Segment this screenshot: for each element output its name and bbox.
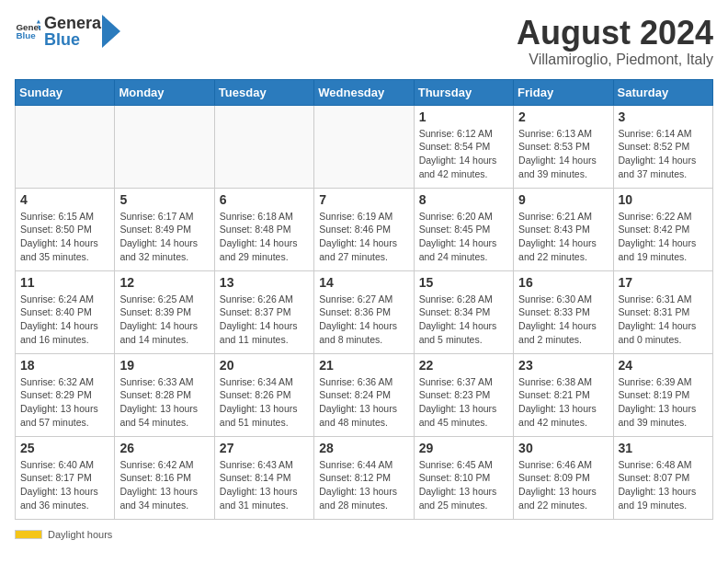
day-number: 16: [518, 275, 608, 290]
day-number: 9: [518, 192, 608, 207]
weekday-header-row: SundayMondayTuesdayWednesdayThursdayFrid…: [16, 79, 713, 105]
calendar-cell: 14Sunrise: 6:27 AM Sunset: 8:36 PM Dayli…: [314, 270, 414, 353]
day-number: 3: [619, 109, 708, 124]
weekday-header-friday: Friday: [514, 79, 613, 105]
calendar-cell: 10Sunrise: 6:22 AM Sunset: 8:42 PM Dayli…: [613, 188, 712, 270]
calendar-cell: 13Sunrise: 6:26 AM Sunset: 8:37 PM Dayli…: [214, 270, 313, 353]
day-number: 26: [119, 441, 209, 455]
calendar-cell: 1Sunrise: 6:12 AM Sunset: 8:54 PM Daylig…: [414, 105, 513, 188]
calendar-cell: 22Sunrise: 6:37 AM Sunset: 8:23 PM Dayli…: [414, 353, 513, 436]
day-info: Sunrise: 6:39 AM Sunset: 8:19 PM Dayligh…: [619, 375, 708, 430]
header: General Blue General Blue August 2024 Vi…: [15, 15, 713, 68]
weekday-header-monday: Monday: [115, 79, 214, 105]
day-number: 7: [319, 192, 408, 207]
day-info: Sunrise: 6:21 AM Sunset: 8:43 PM Dayligh…: [518, 210, 608, 264]
weekday-header-wednesday: Wednesday: [314, 79, 414, 105]
day-info: Sunrise: 6:38 AM Sunset: 8:21 PM Dayligh…: [518, 375, 608, 430]
day-info: Sunrise: 6:43 AM Sunset: 8:14 PM Dayligh…: [220, 458, 309, 512]
day-number: 23: [518, 358, 608, 373]
calendar-cell: 26Sunrise: 6:42 AM Sunset: 8:16 PM Dayli…: [115, 436, 214, 519]
day-number: 17: [619, 275, 708, 290]
location-title: Villamiroglio, Piedmont, Italy: [517, 52, 713, 68]
calendar-cell: 19Sunrise: 6:33 AM Sunset: 8:28 PM Dayli…: [115, 353, 214, 436]
day-info: Sunrise: 6:17 AM Sunset: 8:49 PM Dayligh…: [119, 210, 209, 264]
calendar-cell: 2Sunrise: 6:13 AM Sunset: 8:53 PM Daylig…: [514, 105, 613, 188]
calendar-cell: 9Sunrise: 6:21 AM Sunset: 8:43 PM Daylig…: [514, 188, 613, 270]
day-number: 12: [119, 275, 209, 290]
calendar-cell: 11Sunrise: 6:24 AM Sunset: 8:40 PM Dayli…: [16, 270, 115, 353]
calendar-cell: 23Sunrise: 6:38 AM Sunset: 8:21 PM Dayli…: [514, 353, 613, 436]
day-number: 4: [20, 192, 109, 207]
day-number: 25: [20, 441, 109, 455]
logo-icon: General Blue: [15, 18, 40, 44]
svg-text:Blue: Blue: [16, 30, 36, 40]
day-info: Sunrise: 6:46 AM Sunset: 8:09 PM Dayligh…: [518, 458, 608, 512]
day-info: Sunrise: 6:44 AM Sunset: 8:12 PM Dayligh…: [319, 458, 408, 512]
day-info: Sunrise: 6:45 AM Sunset: 8:10 PM Dayligh…: [419, 458, 508, 512]
svg-marker-4: [102, 15, 120, 48]
calendar-cell: 21Sunrise: 6:36 AM Sunset: 8:24 PM Dayli…: [314, 353, 414, 436]
day-number: 10: [619, 192, 708, 207]
day-info: Sunrise: 6:12 AM Sunset: 8:54 PM Dayligh…: [419, 127, 508, 181]
day-info: Sunrise: 6:22 AM Sunset: 8:42 PM Dayligh…: [619, 210, 708, 264]
calendar-cell: 4Sunrise: 6:15 AM Sunset: 8:50 PM Daylig…: [16, 188, 115, 270]
day-number: 11: [20, 275, 109, 290]
day-info: Sunrise: 6:19 AM Sunset: 8:46 PM Dayligh…: [319, 210, 408, 264]
calendar-cell: 18Sunrise: 6:32 AM Sunset: 8:29 PM Dayli…: [16, 353, 115, 436]
weekday-header-sunday: Sunday: [16, 79, 115, 105]
day-info: Sunrise: 6:26 AM Sunset: 8:37 PM Dayligh…: [220, 293, 309, 347]
calendar-cell: [115, 105, 214, 188]
day-info: Sunrise: 6:28 AM Sunset: 8:34 PM Dayligh…: [419, 293, 508, 347]
day-info: Sunrise: 6:15 AM Sunset: 8:50 PM Dayligh…: [20, 210, 109, 264]
day-info: Sunrise: 6:31 AM Sunset: 8:31 PM Dayligh…: [619, 293, 708, 347]
logo: General Blue General Blue: [15, 15, 120, 48]
weekday-header-thursday: Thursday: [414, 79, 513, 105]
calendar-table: SundayMondayTuesdayWednesdayThursdayFrid…: [15, 79, 713, 520]
day-info: Sunrise: 6:14 AM Sunset: 8:52 PM Dayligh…: [619, 127, 708, 181]
day-info: Sunrise: 6:36 AM Sunset: 8:24 PM Dayligh…: [319, 375, 408, 430]
calendar-cell: 8Sunrise: 6:20 AM Sunset: 8:45 PM Daylig…: [414, 188, 513, 270]
calendar-cell: [214, 105, 313, 188]
day-number: 18: [20, 358, 109, 373]
daylight-label: Daylight hours: [48, 529, 112, 540]
calendar-cell: 3Sunrise: 6:14 AM Sunset: 8:52 PM Daylig…: [613, 105, 712, 188]
day-number: 1: [419, 109, 508, 124]
month-title: August 2024: [517, 15, 713, 52]
day-number: 30: [518, 441, 608, 455]
calendar-cell: 30Sunrise: 6:46 AM Sunset: 8:09 PM Dayli…: [514, 436, 613, 519]
calendar-cell: 24Sunrise: 6:39 AM Sunset: 8:19 PM Dayli…: [613, 353, 712, 436]
day-number: 29: [419, 441, 508, 455]
day-number: 24: [619, 358, 708, 373]
logo-general-text: General: [44, 15, 106, 31]
day-number: 20: [220, 358, 309, 373]
day-info: Sunrise: 6:33 AM Sunset: 8:28 PM Dayligh…: [119, 375, 209, 430]
calendar-cell: 12Sunrise: 6:25 AM Sunset: 8:39 PM Dayli…: [115, 270, 214, 353]
day-info: Sunrise: 6:18 AM Sunset: 8:48 PM Dayligh…: [220, 210, 309, 264]
week-row-4: 18Sunrise: 6:32 AM Sunset: 8:29 PM Dayli…: [16, 353, 713, 436]
weekday-header-tuesday: Tuesday: [214, 79, 313, 105]
day-number: 13: [220, 275, 309, 290]
logo-arrow-icon: [102, 15, 120, 48]
calendar-cell: [314, 105, 414, 188]
day-info: Sunrise: 6:32 AM Sunset: 8:29 PM Dayligh…: [20, 375, 109, 430]
day-number: 8: [419, 192, 508, 207]
day-number: 5: [119, 192, 209, 207]
day-number: 2: [518, 109, 608, 124]
day-number: 14: [319, 275, 408, 290]
day-info: Sunrise: 6:13 AM Sunset: 8:53 PM Dayligh…: [518, 127, 608, 181]
calendar-cell: 29Sunrise: 6:45 AM Sunset: 8:10 PM Dayli…: [414, 436, 513, 519]
day-number: 31: [619, 441, 708, 455]
day-info: Sunrise: 6:40 AM Sunset: 8:17 PM Dayligh…: [20, 458, 109, 512]
day-info: Sunrise: 6:27 AM Sunset: 8:36 PM Dayligh…: [319, 293, 408, 347]
day-info: Sunrise: 6:25 AM Sunset: 8:39 PM Dayligh…: [119, 293, 209, 347]
footer: Daylight hours: [15, 529, 713, 540]
daylight-bar-icon: [15, 530, 42, 539]
day-number: 19: [119, 358, 209, 373]
calendar-cell: 27Sunrise: 6:43 AM Sunset: 8:14 PM Dayli…: [214, 436, 313, 519]
day-number: 15: [419, 275, 508, 290]
calendar-cell: 16Sunrise: 6:30 AM Sunset: 8:33 PM Dayli…: [514, 270, 613, 353]
weekday-header-saturday: Saturday: [613, 79, 712, 105]
day-number: 27: [220, 441, 309, 455]
calendar-cell: 17Sunrise: 6:31 AM Sunset: 8:31 PM Dayli…: [613, 270, 712, 353]
calendar-cell: 20Sunrise: 6:34 AM Sunset: 8:26 PM Dayli…: [214, 353, 313, 436]
